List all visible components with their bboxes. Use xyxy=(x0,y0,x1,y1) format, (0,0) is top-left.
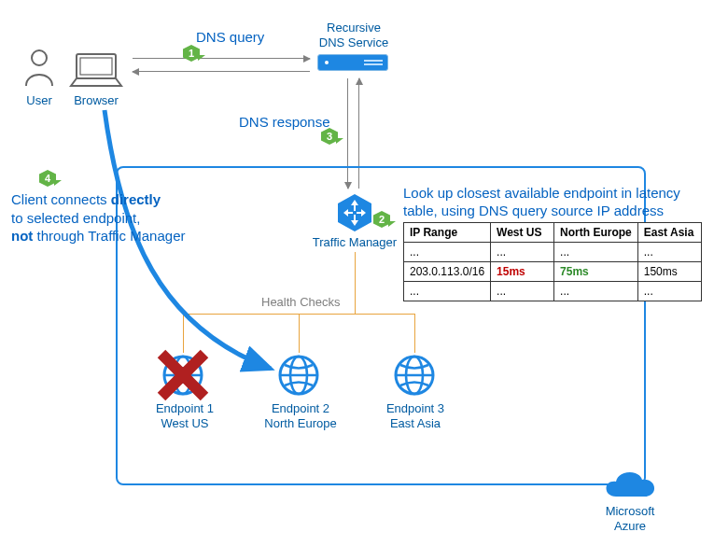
azure-cloud-icon xyxy=(597,465,663,510)
step4-badge: 4 xyxy=(39,170,62,187)
azure-label: MicrosoftAzure xyxy=(595,504,665,533)
step4-text: Client connects directly to selected end… xyxy=(11,190,185,245)
